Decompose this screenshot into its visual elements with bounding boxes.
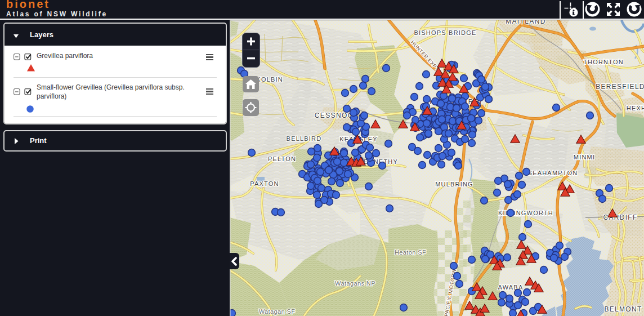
svg-text:Watagans NP: Watagans NP (335, 280, 375, 287)
svg-text:Heaton SF: Heaton SF (395, 249, 426, 256)
svg-text:BELMONT: BELMONT (604, 305, 642, 313)
svg-text:KILLINGWORTH: KILLINGWORTH (498, 210, 553, 216)
svg-text:BISHOPS BRIDGE: BISHOPS BRIDGE (414, 29, 477, 36)
svg-text:PELTON: PELTON (268, 155, 296, 162)
svg-text:CARDIFF: CARDIFF (603, 213, 637, 221)
svg-text:MULBRING: MULBRING (435, 181, 473, 188)
svg-text:BERESFIELD: BERESFIELD (596, 83, 644, 91)
svg-text:SEAHAMPTON: SEAHAMPTON (528, 170, 578, 176)
svg-text:MAITLAND: MAITLAND (506, 20, 546, 25)
svg-text:MINMI: MINMI (574, 154, 595, 161)
svg-text:BELLBIRD: BELLBIRD (287, 135, 322, 142)
svg-text:PAXTON: PAXTON (250, 180, 279, 187)
svg-text:THORNTON: THORNTON (583, 59, 624, 65)
svg-text:Watagan SF: Watagan SF (259, 308, 296, 315)
svg-text:HEXHAM: HEXHAM (627, 105, 644, 112)
